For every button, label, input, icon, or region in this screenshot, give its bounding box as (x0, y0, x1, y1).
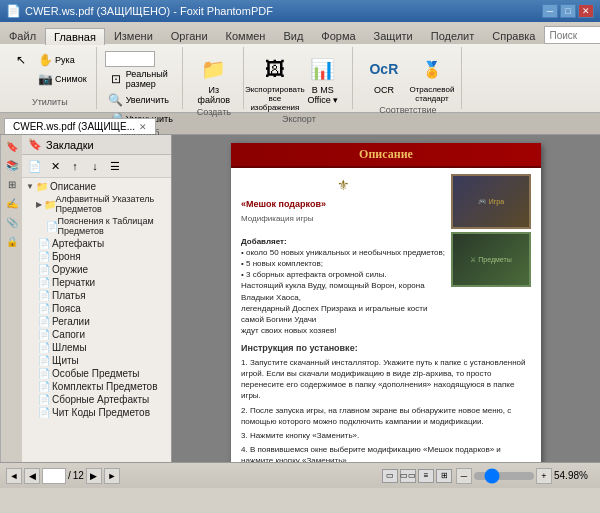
utilities-label: Утилиты (10, 97, 90, 107)
lock-icon[interactable]: 🔒 (3, 232, 21, 250)
layers-icon[interactable]: 📚 (3, 156, 21, 174)
zoom-input[interactable]: 54.98% (105, 51, 155, 67)
zoom-controls: ─ + 54.98% (456, 468, 594, 484)
nav-tree: ▼ 📁 Описание ▶ 📁 Алфавитный Указатель Пр… (22, 178, 171, 462)
select-tool-button[interactable]: ↖ (10, 51, 32, 69)
ms-office-button[interactable]: 📊 В MSOffice ▾ (300, 51, 346, 107)
install-step2: 2. После запуска игры, на главном экране… (241, 405, 531, 427)
view-scroll-button[interactable]: ≡ (418, 469, 434, 483)
signature-icon[interactable]: ✍ (3, 194, 21, 212)
tab-help[interactable]: Справка (483, 27, 544, 44)
tree-item-weapons[interactable]: 📄 Оружие (36, 263, 169, 276)
doc-icon: 📄 (38, 342, 52, 353)
tree-item-special[interactable]: 📄 Особые Предметы (36, 367, 169, 380)
page-header-title: Описание (359, 147, 413, 161)
tab-edit[interactable]: Измени (105, 27, 162, 44)
tab-file[interactable]: Файл (0, 27, 45, 44)
tab-organize[interactable]: Органи (162, 27, 217, 44)
page-separator: / (68, 470, 71, 481)
doc-icon: 📄 (38, 303, 52, 314)
tree-label: Регалии (52, 316, 90, 327)
real-size-icon: ⊡ (108, 71, 124, 87)
tree-item-artifacts2[interactable]: 📄 Сборные Артефакты (36, 393, 169, 406)
tree-item-description[interactable]: ▼ 📁 Описание (24, 180, 169, 193)
view-double-button[interactable]: ▭▭ (400, 469, 416, 483)
nav-down-button[interactable]: ↓ (86, 157, 104, 175)
bookmark-icon[interactable]: 🔖 (3, 137, 21, 155)
thumbnail-icon[interactable]: ⊞ (3, 175, 21, 193)
export-all-button[interactable]: 🖼 Экспортироватьвсе изображения (252, 51, 298, 114)
document-tab[interactable]: CWER.ws.pdf (ЗАЩИЩЕ... ✕ (4, 118, 156, 134)
ribbon-group-utilities: ↖ ✋Рука 📷Снимок Утилиты (4, 47, 97, 109)
page-ornament: ⚜ (241, 176, 445, 196)
install-step4: 4. В появившемся окне выберите модификац… (241, 444, 531, 462)
from-files-button[interactable]: 📁 Из файлов (191, 51, 237, 107)
ribbon-group-create: 📁 Из файлов Создать (185, 47, 244, 109)
ribbon: Файл Главная Измени Органи Коммен Вид Фо… (0, 22, 600, 113)
tab-protect[interactable]: Защити (365, 27, 422, 44)
zoom-in-button[interactable]: + (536, 468, 552, 484)
view-controls: ▭ ▭▭ ≡ ⊞ (382, 469, 452, 483)
tree-item-helmets[interactable]: 📄 Шлемы (36, 341, 169, 354)
status-bar: ◄ ◀ 1 / 12 ▶ ► ▭ ▭▭ ≡ ⊞ ─ + 54.98% (0, 462, 600, 488)
close-button[interactable]: ✕ (578, 4, 594, 18)
tab-close-button[interactable]: ✕ (139, 122, 147, 132)
nav-up-button[interactable]: ↑ (66, 157, 84, 175)
tab-form[interactable]: Форма (312, 27, 364, 44)
real-size-button[interactable]: ⊡ Реальный размер (105, 68, 176, 90)
current-page-input[interactable]: 1 (42, 468, 66, 484)
zoom-slider[interactable] (474, 472, 534, 480)
next-page-button[interactable]: ▶ (86, 468, 102, 484)
tree-item-cheat[interactable]: 📄 Чит Коды Предметов (36, 406, 169, 419)
nav-delete-button[interactable]: ✕ (46, 157, 64, 175)
tab-view[interactable]: Вид (274, 27, 312, 44)
total-pages: 12 (73, 470, 84, 481)
install-title: Инструкция по установке: (241, 342, 531, 355)
attach-icon[interactable]: 📎 (3, 213, 21, 231)
zoom-out-button[interactable]: ─ (456, 468, 472, 484)
nav-menu-button[interactable]: ☰ (106, 157, 124, 175)
prev-page-button[interactable]: ◀ (24, 468, 40, 484)
ocr-button[interactable]: OcR OCR (361, 51, 407, 97)
search-box[interactable]: 🔍 (544, 26, 600, 44)
view-fit-button[interactable]: ⊞ (436, 469, 452, 483)
page-content: ⚜ «Мешок подарков» Модификация игры Доба… (231, 168, 541, 462)
tree-item-belts[interactable]: 📄 Пояса (36, 302, 169, 315)
install-step3: 3. Нажмите кнопку «Заменить». (241, 430, 531, 441)
ribbon-tab-bar: Файл Главная Измени Органи Коммен Вид Фо… (0, 22, 600, 44)
first-page-button[interactable]: ◄ (6, 468, 22, 484)
tree-label: Чит Коды Предметов (52, 407, 150, 418)
snapshot-button[interactable]: 📷Снимок (34, 70, 90, 88)
tree-item-armor[interactable]: 📄 Броня (36, 250, 169, 263)
last-page-button[interactable]: ► (104, 468, 120, 484)
view-single-button[interactable]: ▭ (382, 469, 398, 483)
tools-col: ✋Рука 📷Снимок (34, 51, 90, 88)
page-view[interactable]: Описание ⚜ «Мешок подарков» Модификация … (172, 135, 600, 462)
tree-item-boots[interactable]: 📄 Сапоги (36, 328, 169, 341)
doc-icon: 📄 (46, 221, 58, 232)
tree-item-artifacts[interactable]: 📄 Артефакты (36, 237, 169, 250)
export-buttons: 🖼 Экспортироватьвсе изображения 📊 В MSOf… (252, 49, 346, 114)
tree-item-alpha-index[interactable]: ▶ 📁 Алфавитный Указатель Предметов (34, 193, 169, 215)
increase-button[interactable]: 🔍 Увеличить (105, 91, 176, 109)
page-document: Описание ⚜ «Мешок подарков» Модификация … (231, 143, 541, 462)
maximize-button[interactable]: □ (560, 4, 576, 18)
tab-share[interactable]: Поделит (422, 27, 484, 44)
hand-tool-button[interactable]: ✋Рука (34, 51, 90, 69)
tree-item-poyasn[interactable]: 📄 Пояснения к Таблицам Предметов (36, 215, 169, 237)
main-area: 🔖 📚 ⊞ ✍ 📎 🔒 🔖 Закладки 📄 ✕ ↑ ↓ ☰ ▼ 📁 Опи… (0, 135, 600, 462)
minimize-button[interactable]: ─ (542, 4, 558, 18)
tree-item-shields[interactable]: 📄 Щиты (36, 354, 169, 367)
nav-new-button[interactable]: 📄 (26, 157, 44, 175)
search-input[interactable] (549, 30, 600, 41)
tab-comment[interactable]: Коммен (217, 27, 275, 44)
tree-item-gloves[interactable]: 📄 Перчатки (36, 276, 169, 289)
tree-label: Пояса (52, 303, 81, 314)
tree-item-sets[interactable]: 📄 Комплекты Предметов (36, 380, 169, 393)
industry-std-button[interactable]: 🏅 Отраслевойстандарт (409, 51, 455, 105)
tree-item-regalia[interactable]: 📄 Регалии (36, 315, 169, 328)
files-icon: 📁 (198, 53, 230, 85)
tree-item-dresses[interactable]: 📄 Платья (36, 289, 169, 302)
tab-home[interactable]: Главная (45, 28, 105, 45)
folder-icon: 📁 (36, 181, 50, 192)
